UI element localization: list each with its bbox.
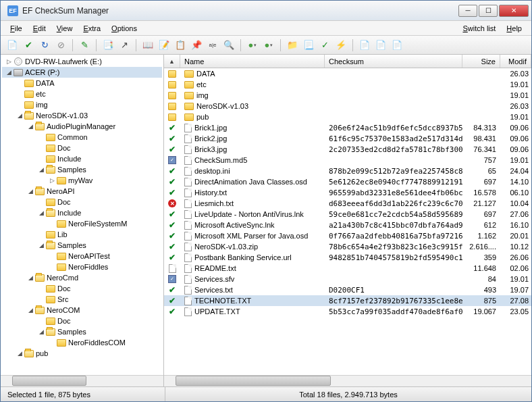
col-modified[interactable]: Modif — [500, 55, 531, 68]
menu-edit[interactable]: Edit — [29, 23, 50, 34]
tree-item[interactable]: ◢NeroCOM — [2, 305, 162, 316]
menu-file[interactable]: File — [6, 23, 26, 34]
folder-up-icon[interactable]: 📑 — [101, 38, 115, 53]
list-row[interactable]: pub19.01 — [164, 111, 531, 122]
find-icon[interactable]: 🔍 — [221, 38, 236, 53]
expander-icon[interactable]: ◢ — [26, 274, 34, 281]
compare-icon[interactable]: a|e — [205, 38, 220, 53]
goto-icon[interactable]: ↗ — [117, 38, 132, 53]
tree-item[interactable]: Common — [2, 132, 162, 143]
list-row[interactable]: DATA26.03 — [164, 68, 531, 79]
maximize-button[interactable]: ☐ — [479, 5, 498, 17]
forward-icon[interactable]: ● — [261, 38, 276, 53]
expander-icon[interactable]: ◢ — [26, 123, 34, 130]
tree-scrollbar-h[interactable] — [1, 375, 163, 386]
close-button[interactable]: ✕ — [499, 5, 529, 17]
list-row[interactable]: img19.01 — [164, 90, 531, 101]
list-row[interactable]: ✔UPDATE.TXT5b53cc7a99f035addf470ade8f6af… — [164, 306, 531, 317]
list-row[interactable]: ✔Microsoft ActiveSync.lnka21a430b7c8c415… — [164, 220, 531, 230]
doc2-icon[interactable]: 📄 — [373, 38, 388, 53]
hash-file-icon[interactable]: 📃 — [301, 38, 316, 53]
list-row[interactable]: ✔NeroSDK-v1.03.zip78b6c654a4e2f93b823c16… — [164, 241, 531, 252]
list-row[interactable]: ✔Brick1.jpg206e6f24ac51b9df6efc5dcc8937b… — [164, 122, 531, 133]
tree-item[interactable]: ◢NeroAPI — [2, 186, 162, 197]
tree-item[interactable]: NeroAPITest — [2, 251, 162, 261]
tree-item[interactable]: Doc — [2, 197, 162, 207]
list-row[interactable]: README.txt11.64802.06 — [164, 263, 531, 274]
col-name[interactable]: Name — [180, 55, 325, 68]
tree-item[interactable]: NeroFileSystemM — [2, 218, 162, 229]
tree-item[interactable]: Lib — [2, 229, 162, 240]
menu-view[interactable]: View — [53, 23, 77, 34]
tree-item[interactable]: Doc — [2, 283, 162, 294]
list-row[interactable]: ✔Brick2.jpg61f6c95c75370e1583ad2e517d314… — [164, 133, 531, 144]
tree-item[interactable]: etc — [2, 89, 162, 99]
list-row[interactable]: ✕Liesmich.txtd683eeeaf6dd3d1ab226fc239c6… — [164, 198, 531, 209]
file-list[interactable]: DATA26.03etc19.01img19.01NeroSDK-v1.0326… — [164, 68, 531, 375]
list-row[interactable]: ✔Services.txtD0200CF149319.07 — [164, 284, 531, 295]
tree-item[interactable]: img — [2, 99, 162, 110]
tree-item[interactable]: ◢Samples — [2, 240, 162, 251]
tree-item[interactable]: DATA — [2, 78, 162, 89]
verify-icon[interactable]: ✓ — [317, 38, 332, 53]
list-row[interactable]: ✔LiveUpdate - Norton AntiVirus.lnk59ce0e… — [164, 209, 531, 220]
new-file-icon[interactable]: 📄 — [5, 38, 20, 53]
tree-item[interactable]: NeroFiddlesCOM — [2, 337, 162, 348]
tree-item[interactable]: ◢NeroCmd — [2, 272, 162, 283]
list-row[interactable]: ✔Brick3.jpg2c207353ed2cd8d2fa5781c78bf30… — [164, 144, 531, 155]
clipboard-icon[interactable]: 📋 — [173, 38, 188, 53]
doc3-icon[interactable]: 📄 — [390, 38, 404, 53]
back-icon[interactable]: ● — [245, 38, 260, 53]
menu-help[interactable]: Help — [502, 23, 526, 34]
expander-icon[interactable]: ◢ — [37, 209, 45, 216]
edit-check-icon[interactable]: ✎ — [77, 38, 92, 53]
tree-item[interactable]: NeroFiddles — [2, 261, 162, 272]
tree-item[interactable]: ◢pub — [2, 348, 162, 359]
stop-icon[interactable]: ⊘ — [53, 38, 68, 53]
expander-icon[interactable]: ▷ — [48, 177, 56, 184]
list-row[interactable]: ✔TECHNOTE.TXT8cf7157ef237892b91767335c1e… — [164, 295, 531, 306]
minimize-button[interactable]: ─ — [458, 5, 477, 17]
tree-item[interactable]: Doc — [2, 143, 162, 153]
tree-item[interactable]: ◢Include — [2, 207, 162, 218]
run-icon[interactable]: ⚡ — [334, 38, 348, 53]
expander-icon[interactable]: ◢ — [37, 242, 45, 249]
col-checksum[interactable]: Checksum — [325, 55, 462, 68]
tree-item[interactable]: ▷myWav — [2, 175, 162, 186]
tree-item[interactable]: ◢AudioPluginManager — [2, 121, 162, 132]
list-row[interactable]: ✔History.txt965599abd32331e8e561dee4fb06… — [164, 187, 531, 198]
book-icon[interactable]: 📖 — [140, 38, 155, 53]
expander-icon[interactable]: ◢ — [26, 188, 34, 195]
tree-item[interactable]: Include — [2, 153, 162, 164]
list-row[interactable]: etc19.01 — [164, 79, 531, 90]
list-row[interactable]: NeroSDK-v1.0326.03 — [164, 101, 531, 111]
menu-switch-list[interactable]: Switch list — [458, 23, 500, 34]
refresh-icon[interactable]: ↻ — [37, 38, 52, 53]
menu-extra[interactable]: Extra — [79, 23, 105, 34]
tree-item[interactable]: Src — [2, 294, 162, 305]
list-row[interactable]: ✔DirectAnimation Java Classes.osd5e61262… — [164, 176, 531, 187]
expander-icon[interactable]: ◢ — [26, 307, 34, 313]
col-status[interactable]: ▲ — [164, 55, 180, 68]
expander-icon[interactable]: ◢ — [5, 69, 13, 76]
tree-item[interactable]: ▷DVD-RW-Laufwerk (E:) — [2, 56, 162, 67]
list-row[interactable]: ✔desktop.ini878b2e099c512b72a9fea2257458… — [164, 166, 531, 176]
tree-item[interactable]: Doc — [2, 316, 162, 326]
expander-icon[interactable]: ▷ — [5, 58, 13, 65]
expander-icon[interactable]: ◢ — [16, 112, 24, 119]
tree-item[interactable]: ◢ACER (P:) — [2, 67, 162, 78]
menu-options[interactable]: Options — [107, 23, 141, 34]
list-row[interactable]: ✔Microsoft XML Parser for Java.osd0f7667… — [164, 230, 531, 241]
expander-icon[interactable]: ◢ — [16, 350, 24, 357]
folder-tree[interactable]: ▷DVD-RW-Laufwerk (E:)◢ACER (P:)DATAetcim… — [1, 55, 163, 375]
list-row[interactable]: ✓Services.sfv8419.01 — [164, 274, 531, 284]
expander-icon[interactable]: ◢ — [37, 328, 45, 335]
tree-item[interactable]: ◢Samples — [2, 326, 162, 337]
tree-item[interactable]: ◢Samples — [2, 164, 162, 175]
doc1-icon[interactable]: 📄 — [357, 38, 372, 53]
pin-icon[interactable]: 📌 — [189, 38, 204, 53]
list-row[interactable]: ✔Postbank Banking Service.url9482851b740… — [164, 252, 531, 263]
list-row[interactable]: ✓CheckSum.md575719.01 — [164, 155, 531, 166]
tree-item[interactable]: ◢NeroSDK-v1.03 — [2, 110, 162, 121]
col-size[interactable]: Size — [462, 55, 500, 68]
